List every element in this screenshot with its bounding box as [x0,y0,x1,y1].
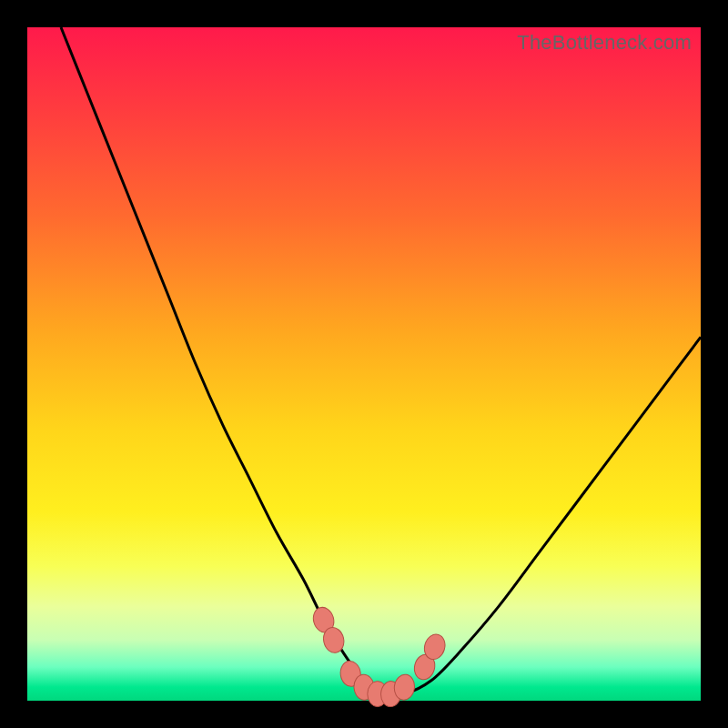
plot-area: TheBottleneck.com [27,27,701,701]
marker-group [310,605,448,708]
bottleneck-curve [27,27,701,701]
curve-path [61,27,701,695]
outer-frame: TheBottleneck.com [0,0,728,728]
